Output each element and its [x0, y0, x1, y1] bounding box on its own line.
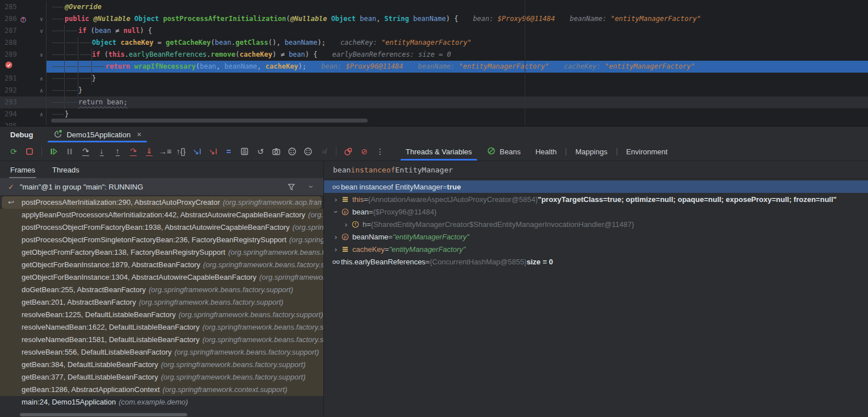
stop-button[interactable] [23, 145, 36, 158]
tree-chevron-icon[interactable]: › [341, 220, 351, 229]
view-tab-beans[interactable]: Beans [479, 142, 528, 161]
code-line-text[interactable]: return bean; [47, 96, 868, 108]
variable-row[interactable]: this.earlyBeanReferences = {ConcurrentHa… [324, 255, 868, 268]
fold-arrow-icon[interactable]: ∨ [40, 49, 46, 61]
editor-gutter[interactable]: 286∨ [0, 13, 47, 25]
view-tab-endpoints[interactable]: HealthMappingsEnvironment [528, 142, 675, 161]
fold-arrow-icon[interactable]: ∨ [40, 25, 46, 37]
code-line-291[interactable]: 291∧} [0, 73, 868, 85]
debug-session-tab[interactable]: Demo15Application × [48, 127, 147, 142]
code-editor[interactable]: 285@Override286∨public @Nullable Object … [0, 0, 868, 127]
force-step-into-button[interactable]: ⇓ [142, 145, 156, 158]
stack-frame-row[interactable]: resolveBean:556, DefaultListableBeanFact… [0, 346, 323, 359]
fold-arrow-icon[interactable]: ∧ [40, 108, 46, 120]
line-number[interactable]: 291 [5, 73, 19, 85]
show-execution-point-button[interactable]: = [222, 145, 235, 158]
view-breakpoints-button[interactable] [342, 145, 355, 158]
tab-frames[interactable]: Frames [10, 161, 35, 178]
thread-dump-button[interactable] [285, 145, 299, 158]
fold-arrow-icon[interactable]: ∨ [40, 13, 46, 25]
stack-frame-row[interactable]: main:24, Demo15Application(com.example.d… [0, 396, 323, 408]
memory-view-button[interactable] [301, 145, 315, 158]
stack-frame-row[interactable]: resolveNamedBean:1622, DefaultListableBe… [0, 321, 323, 334]
code-line-text[interactable]: @Override [47, 1, 868, 13]
variable-row[interactable]: bean instanceof EntityManager = true [324, 180, 868, 193]
stack-frame-row[interactable]: ↩postProcessAfterInitialization:290, Abs… [2, 196, 322, 209]
stack-frame-row[interactable]: postProcessObjectFromSingletonFactoryBea… [0, 234, 323, 246]
code-line-293[interactable]: 293return bean; [0, 96, 868, 108]
mute-breakpoints-button[interactable]: ⊘ [357, 145, 371, 158]
fold-arrow-icon[interactable]: ∧ [40, 85, 46, 96]
tree-chevron-icon[interactable]: › [331, 233, 341, 241]
line-number[interactable]: 292 [5, 85, 19, 96]
editor-gutter[interactable]: 294∧ [0, 108, 47, 120]
pause-button[interactable] [63, 145, 77, 158]
evaluate-expression-row[interactable]: bean instanceof EntityManager [324, 161, 868, 179]
editor-gutter[interactable]: 288 [0, 37, 47, 49]
code-line-289[interactable]: 289∨if (this.earlyBeanReferences.remove(… [0, 49, 868, 61]
editor-gutter[interactable] [0, 61, 47, 73]
line-number[interactable]: 287 [5, 25, 19, 37]
stack-frame-row[interactable]: resolveNamedBean:1581, DefaultListableBe… [0, 334, 323, 346]
stack-frame-row[interactable]: postProcessObjectFromFactoryBean:1938, A… [0, 221, 323, 234]
close-tab-icon[interactable]: × [137, 130, 141, 139]
editor-gutter[interactable]: 292∧ [0, 85, 47, 96]
run-to-cursor-button[interactable]: →≡ [158, 145, 172, 158]
editor-gutter[interactable]: 291∧ [0, 73, 47, 85]
variable-row[interactable]: ›this = {AnnotationAwareAspectJAutoProxy… [324, 193, 868, 205]
capture-snapshot-button[interactable] [269, 145, 283, 158]
smart-step-into-button[interactable]: ↘I [190, 145, 204, 158]
resume-button[interactable] [47, 145, 61, 158]
stack-frame-row[interactable]: getBean:201, AbstractBeanFactory(org.spr… [0, 296, 323, 309]
variable-row[interactable]: ›pbean = {$Proxy96@11484} [324, 205, 868, 218]
code-line-text[interactable]: } [47, 73, 868, 85]
line-number[interactable]: 285 [5, 1, 19, 13]
stack-frame-row[interactable]: getBean:384, DefaultListableBeanFactory(… [0, 359, 323, 371]
force-step-over-button[interactable]: ↷ [127, 145, 140, 158]
tree-chevron-icon[interactable]: › [331, 245, 341, 254]
stack-frame-row[interactable]: getBean:377, DefaultListableBeanFactory(… [0, 371, 323, 384]
fold-arrow-icon[interactable]: ∧ [40, 73, 46, 85]
code-line-text[interactable]: public @Nullable Object postProcessAfter… [47, 13, 868, 25]
step-out-of-block-button[interactable]: ↑{} [174, 145, 188, 158]
editor-horizontal-scrollbar[interactable] [51, 119, 368, 123]
force-smart-step-into-button[interactable]: ↘I [206, 145, 220, 158]
thread-selector[interactable]: ✓ "main"@1 in group "main": RUNNING › [0, 178, 323, 195]
filter-icon[interactable] [287, 183, 296, 191]
code-line-text[interactable]: if (this.earlyBeanReferences.remove(cach… [47, 49, 868, 61]
chevron-down-icon[interactable]: › [307, 186, 317, 188]
code-line-text[interactable]: Object cacheKey = getCacheKey(bean.getCl… [47, 37, 868, 49]
line-number[interactable]: 295 [5, 120, 19, 127]
stack-frame-row[interactable]: doGetBean:255, AbstractBeanFactory(org.s… [0, 284, 323, 296]
step-into-button[interactable]: ↓ [95, 145, 108, 158]
line-number[interactable]: 294 [5, 108, 19, 120]
async-stacks-button[interactable]: ≉ [317, 145, 331, 158]
code-line-287[interactable]: 287∨if (bean ≠ null) { [0, 25, 868, 37]
breakpoint-icon[interactable] [5, 61, 19, 73]
code-line-292[interactable]: 292∧} [0, 85, 868, 96]
editor-gutter[interactable]: 293 [0, 96, 47, 108]
code-line-text[interactable]: if (bean ≠ null) { [47, 25, 868, 37]
variable-row[interactable]: ›pbeanName = "entityManagerFactory" [324, 230, 868, 243]
tab-threads[interactable]: Threads [52, 161, 79, 178]
code-line-285[interactable]: 285@Override [0, 1, 868, 13]
line-number[interactable]: 289 [5, 49, 19, 61]
rerun-button[interactable]: ⟳ [7, 145, 20, 158]
line-number[interactable]: 286 [5, 13, 19, 25]
editor-gutter[interactable]: 289∨ [0, 49, 47, 61]
stack-frame-row[interactable]: resolveBean:1225, DefaultListableBeanFac… [0, 309, 323, 321]
step-over-button[interactable]: ↷ [79, 145, 92, 158]
code-line-288[interactable]: 288Object cacheKey = getCacheKey(bean.ge… [0, 37, 868, 49]
stack-frame-row[interactable]: getObjectForBeanInstance:1304, AbstractA… [0, 271, 323, 284]
editor-gutter[interactable]: 295 [0, 120, 47, 127]
variable-row[interactable]: ›fh = {SharedEntityManagerCreator$Shared… [324, 218, 868, 230]
stack-frame-row[interactable]: getObjectForBeanInstance:1879, AbstractB… [0, 259, 323, 271]
tree-chevron-icon[interactable]: › [331, 208, 341, 216]
more-options-button[interactable]: ⋮ [373, 145, 387, 158]
override-method-icon[interactable] [19, 15, 31, 24]
step-out-button[interactable]: ↑ [111, 145, 124, 158]
editor-gutter[interactable]: 285 [0, 1, 47, 13]
code-line-286[interactable]: 286∨public @Nullable Object postProcessA… [0, 13, 868, 25]
evaluate-expression-button[interactable] [238, 145, 251, 158]
code-line-290[interactable]: return wrapIfNecessary(bean, beanName, c… [0, 61, 868, 73]
